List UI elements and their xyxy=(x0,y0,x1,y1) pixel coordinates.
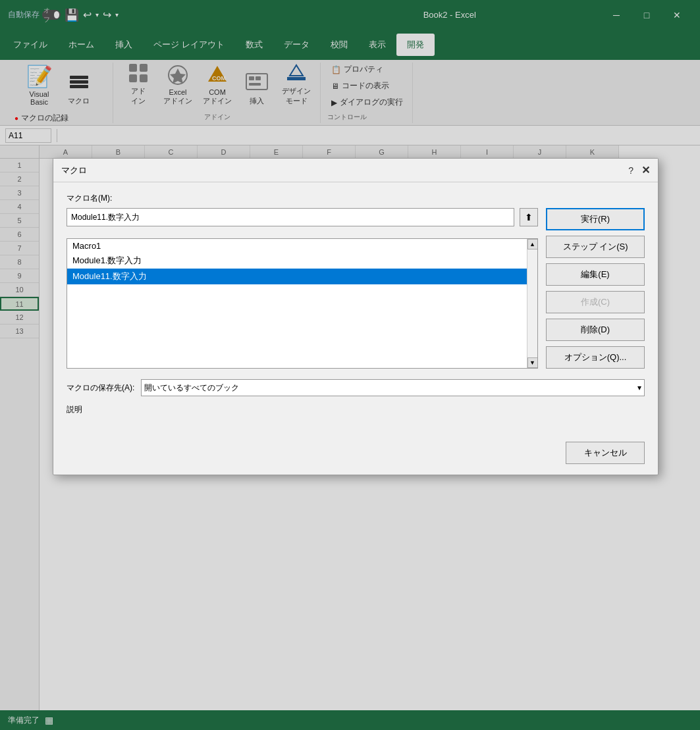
scrollbar-track[interactable] xyxy=(527,249,538,357)
options-button[interactable]: オプション(Q)... xyxy=(546,346,645,369)
dialog-help-button[interactable]: ? xyxy=(628,165,633,176)
macro-name-input[interactable] xyxy=(67,208,514,226)
description-label: 説明 xyxy=(67,404,645,415)
scrollbar-up-button[interactable]: ▲ xyxy=(527,239,538,249)
macro-listbox[interactable]: Macro1 Module1.数字入力 Module11.数字入力 ▲ ▼ xyxy=(67,238,538,369)
save-location-row: マクロの保存先(A): 開いているすべてのブック ▾ xyxy=(67,379,645,396)
macro-name-row: ⬆ xyxy=(67,208,538,226)
edit-button[interactable]: 編集(E) xyxy=(546,263,645,286)
dialog-overlay: マクロ ? ✕ マクロ名(M): ⬆ xyxy=(0,0,700,730)
save-location-value: 開いているすべてのブック xyxy=(144,382,239,394)
create-button[interactable]: 作成(C) xyxy=(546,291,645,313)
step-in-button[interactable]: ステップ イン(S) xyxy=(546,236,645,258)
dialog-action-buttons: 実行(R) ステップ イン(S) 編集(E) 作成(C) 削除(D) オプション… xyxy=(546,208,645,369)
macro-name-label: マクロ名(M): xyxy=(67,193,645,204)
dialog-list-area: ⬆ Macro1 Module1.数字入力 Module11.数字入力 ▲ ▼ xyxy=(67,208,645,369)
save-location-select[interactable]: 開いているすべてのブック ▾ xyxy=(141,379,645,396)
dialog-title-controls: ? ✕ xyxy=(628,164,650,176)
save-location-dropdown-icon: ▾ xyxy=(637,383,641,392)
macro-dialog: マクロ ? ✕ マクロ名(M): ⬆ xyxy=(53,158,659,475)
dialog-titlebar: マクロ ? ✕ xyxy=(53,159,658,182)
dialog-body: マクロ名(M): ⬆ Macro1 Module1.数字入力 Module11.… xyxy=(53,182,658,475)
listbox-item-macro1[interactable]: Macro1 xyxy=(67,239,537,253)
run-button[interactable]: 実行(R) xyxy=(546,208,645,230)
macro-up-button[interactable]: ⬆ xyxy=(520,208,538,226)
dialog-bottom-row: キャンセル xyxy=(67,442,645,464)
listbox-item-module1[interactable]: Module1.数字入力 xyxy=(67,253,537,269)
dialog-title: マクロ xyxy=(61,165,628,176)
cancel-button[interactable]: キャンセル xyxy=(566,442,645,464)
delete-button[interactable]: 削除(D) xyxy=(546,319,645,341)
listbox-scrollbar[interactable]: ▲ ▼ xyxy=(527,239,537,368)
dialog-close-button[interactable]: ✕ xyxy=(641,164,650,176)
scrollbar-down-button[interactable]: ▼ xyxy=(527,357,538,368)
macro-up-icon: ⬆ xyxy=(525,212,533,222)
listbox-item-module11[interactable]: Module11.数字入力 xyxy=(67,269,537,284)
save-location-label: マクロの保存先(A): xyxy=(67,382,134,394)
